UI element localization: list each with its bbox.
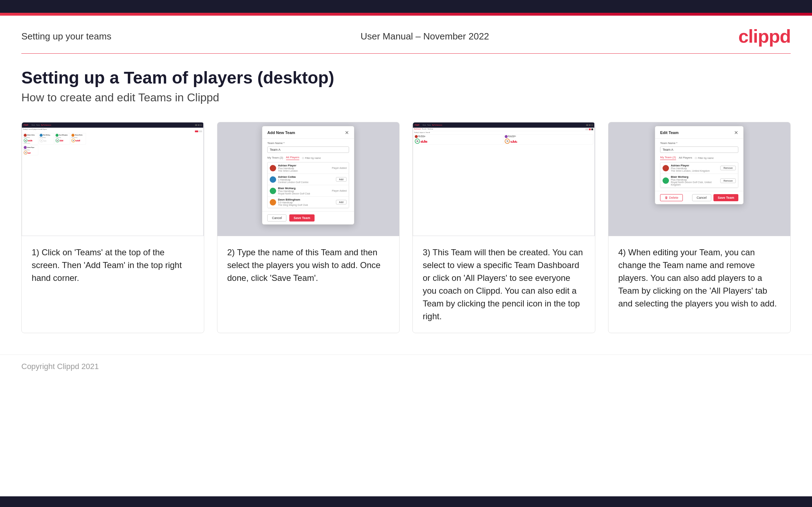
player-info-4: Dave Billingham 5.9 HandicapThe Ding May… (278, 198, 334, 206)
edit-filter-by-name[interactable]: Filter by name (695, 156, 713, 160)
player-action-1: Player Added (332, 167, 347, 169)
card-4: Edit Team ✕ Team Name * My Team (2) All … (608, 122, 791, 333)
edit-team-name-label: Team Name * (660, 142, 738, 145)
player-info-3: Blair McHarg Plus HandicapRoyal North De… (278, 187, 330, 195)
add-team-dialog: Add New Team ✕ Team Name * My Team (2) A… (262, 126, 354, 225)
player-name-1: Adrian Player (278, 164, 330, 167)
edit-player-info-1: Adrian Player Plus HandicapThe Shire Lon… (671, 164, 718, 172)
edit-tab-all-players[interactable]: All Players (679, 156, 692, 160)
remove-player-2-button[interactable]: Remove (720, 178, 736, 183)
edit-player-club-2: Plus HandicapRoyal North Devon Golf Club… (671, 178, 718, 186)
player-club-4: 5.9 HandicapThe Ding Maying Golf Club (278, 201, 334, 206)
header-divider (21, 53, 791, 54)
edit-dialog-tabs: My Team (2) All Players Filter by name (660, 156, 738, 160)
card-3-text: 3) This Team will then be created. You c… (413, 236, 595, 333)
edit-player-avatar-1 (663, 165, 669, 171)
filter-by-name[interactable]: Filter by name (302, 156, 321, 160)
page-subtitle: How to create and edit Teams in Clippd (21, 91, 791, 104)
edit-save-team-button[interactable]: Save Team (713, 194, 738, 201)
player-item-2: Adrian Colba 1 HandicapCentral London Go… (268, 174, 349, 185)
save-team-button[interactable]: Save Team (289, 214, 314, 222)
edit-player-avatar-2 (663, 177, 669, 184)
edit-dialog-body: Team Name * My Team (2) All Players Filt… (655, 139, 743, 191)
player-item-4: Dave Billingham 5.9 HandicapThe Ding May… (268, 197, 349, 208)
cancel-button[interactable]: Cancel (267, 214, 286, 222)
edit-dialog-header: Edit Team ✕ (655, 126, 743, 139)
page-footer: Copyright Clippd 2021 (0, 354, 812, 378)
top-bar (0, 0, 812, 13)
team-name-label: Team Name * (267, 142, 349, 145)
header-left-text: Setting up your teams (21, 31, 111, 42)
player-avatar-4 (270, 199, 276, 206)
edit-team-dialog: Edit Team ✕ Team Name * My Team (2) All … (655, 126, 744, 204)
dialog-tabs: My Team (2) All Players Filter by name (267, 156, 349, 160)
card-3: clippd Home Teams My Performance Dashboa… (412, 122, 595, 333)
player-list: Adrian Player Plus HandicapThe Shire Lon… (267, 162, 349, 208)
screenshot-4: Edit Team ✕ Team Name * My Team (2) All … (608, 122, 791, 236)
ss3-topbar: clippd Home Teams My Performance (413, 123, 595, 128)
dialog-header: Add New Team ✕ (262, 126, 354, 139)
dialog-body: Team Name * My Team (2) All Players Filt… (262, 139, 354, 211)
player-info-2: Adrian Colba 1 HandicapCentral London Go… (278, 175, 334, 183)
player-name-2: Adrian Colba (278, 175, 334, 178)
edit-tab-my-team[interactable]: My Team (2) (660, 156, 676, 160)
screenshot-1-inner: clippd Home Teams My Performance Finding… (22, 122, 204, 236)
card-1: clippd Home Teams My Performance Finding… (21, 122, 204, 333)
edit-player-club-1: Plus HandicapThe Shire London, United Ki… (671, 167, 718, 172)
edit-player-item-2: Blair McHarg Plus HandicapRoyal North De… (660, 174, 738, 188)
ss1-topbar: clippd Home Teams My Performance (22, 123, 204, 128)
edit-player-name-2: Blair McHarg (671, 175, 718, 178)
card-2-text: 2) Type the name of this Team and then s… (217, 236, 400, 333)
screenshot-1: clippd Home Teams My Performance Finding… (22, 122, 204, 236)
player-club-2: 1 HandicapCentral London Golf Centre (278, 178, 334, 183)
edit-dialog-footer: 🗑 Delete Cancel Save Team (655, 191, 743, 204)
player-club-1: Plus HandicapThe Shire London (278, 167, 330, 172)
accent-bar (0, 13, 812, 16)
edit-player-list: Adrian Player Plus HandicapThe Shire Lon… (660, 162, 738, 188)
player-club-3: Plus HandicapRoyal North Devon Golf Club (278, 190, 330, 195)
team-name-input[interactable] (267, 146, 349, 153)
page-header: Setting up your teams User Manual – Nove… (0, 16, 812, 53)
trash-icon: 🗑 (665, 196, 668, 199)
page-title: Setting up a Team of players (desktop) (21, 68, 791, 87)
player-avatar-1 (270, 165, 276, 171)
tab-my-team[interactable]: My Team (2) (267, 156, 283, 160)
screenshot-3-inner: clippd Home Teams My Performance Dashboa… (413, 122, 595, 236)
cards-row: clippd Home Teams My Performance Finding… (21, 122, 791, 333)
player-name-3: Blair McHarg (278, 187, 330, 190)
edit-dialog-close-icon[interactable]: ✕ (734, 130, 738, 135)
player-item-1: Adrian Player Plus HandicapThe Shire Lon… (268, 162, 349, 174)
edit-team-name-input[interactable] (660, 146, 738, 153)
edit-player-name-1: Adrian Player (671, 164, 718, 167)
dialog-footer: Cancel Save Team (262, 211, 354, 224)
page-content: Setting up a Team of players (desktop) H… (0, 68, 812, 333)
edit-player-item-1: Adrian Player Plus HandicapThe Shire Lon… (660, 162, 738, 174)
dialog-title: Add New Team (267, 130, 295, 135)
tab-all-players[interactable]: All Players (286, 156, 300, 160)
player-info-1: Adrian Player Plus HandicapThe Shire Lon… (278, 164, 330, 172)
edit-player-info-2: Blair McHarg Plus HandicapRoyal North De… (671, 175, 718, 186)
card-2: Add New Team ✕ Team Name * My Team (2) A… (217, 122, 400, 333)
screenshot-3: clippd Home Teams My Performance Dashboa… (413, 122, 595, 236)
player-item-3: Blair McHarg Plus HandicapRoyal North De… (268, 185, 349, 197)
card-4-text: 4) When editing your Team, you can chang… (608, 236, 791, 333)
add-player-4-button[interactable]: Add (336, 200, 347, 204)
bottom-bar (0, 496, 812, 507)
add-player-2-button[interactable]: Add (336, 177, 347, 182)
player-avatar-2 (270, 176, 276, 183)
edit-cancel-button[interactable]: Cancel (692, 194, 711, 201)
player-action-3: Player Added (332, 190, 347, 192)
dialog-close-icon[interactable]: ✕ (345, 130, 349, 135)
delete-button[interactable]: 🗑 Delete (660, 194, 683, 201)
remove-player-1-button[interactable]: Remove (720, 166, 736, 170)
player-avatar-3 (270, 188, 276, 194)
card-1-text: 1) Click on 'Teams' at the top of the sc… (22, 236, 204, 333)
copyright-text: Copyright Clippd 2021 (21, 362, 99, 371)
edit-dialog-title: Edit Team (660, 130, 679, 135)
player-name-4: Dave Billingham (278, 198, 334, 201)
header-center-text: User Manual – November 2022 (360, 31, 489, 42)
clippd-logo: clippd (738, 26, 791, 47)
screenshot-2: Add New Team ✕ Team Name * My Team (2) A… (217, 122, 400, 236)
